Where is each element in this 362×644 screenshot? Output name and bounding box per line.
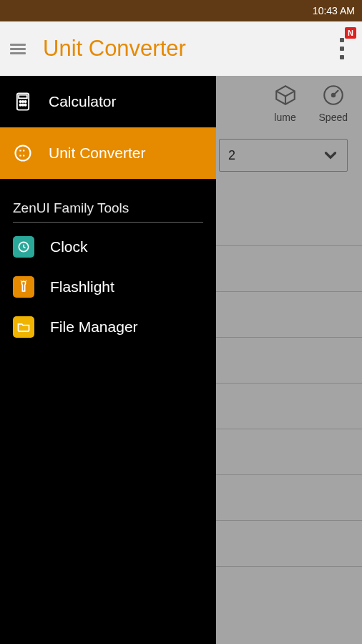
drawer-item-clock[interactable]: Clock xyxy=(0,227,216,267)
app-title: Unit Converter xyxy=(43,36,186,62)
svg-point-9 xyxy=(24,104,26,106)
drawer-section-header: ZenUI Family Tools xyxy=(0,187,216,222)
drawer-label: File Manager xyxy=(50,318,138,336)
drawer-item-file-manager[interactable]: File Manager xyxy=(0,307,216,347)
screen: 10:43 AM Unit Converter N lume Speed xyxy=(0,0,362,644)
navigation-drawer: Calculator Unit Converter ZenUI Family T… xyxy=(0,76,216,644)
overflow-menu[interactable] xyxy=(335,21,349,76)
svg-point-10 xyxy=(16,146,31,161)
flashlight-icon xyxy=(13,276,34,298)
folder-icon xyxy=(13,316,34,338)
status-bar: 10:43 AM xyxy=(0,0,362,21)
drawer-item-flashlight[interactable]: Flashlight xyxy=(0,267,216,307)
drawer-label: Flashlight xyxy=(50,278,114,296)
divider xyxy=(13,222,203,223)
drawer-item-calculator[interactable]: Calculator xyxy=(0,76,216,127)
status-time: 10:43 AM xyxy=(313,5,355,16)
svg-point-5 xyxy=(22,101,24,102)
drawer-label: Calculator xyxy=(49,93,117,110)
drawer-label: Unit Converter xyxy=(49,145,145,162)
svg-rect-3 xyxy=(19,95,27,99)
unit-converter-icon xyxy=(13,143,33,163)
app-bar: Unit Converter N xyxy=(0,21,362,76)
svg-point-7 xyxy=(19,104,21,106)
svg-point-4 xyxy=(19,101,21,102)
drawer-label: Clock xyxy=(50,238,88,255)
calculator-icon xyxy=(13,92,33,112)
clock-icon xyxy=(13,236,34,258)
svg-point-8 xyxy=(22,104,24,106)
drawer-item-unit-converter[interactable]: Unit Converter xyxy=(0,127,216,179)
svg-point-6 xyxy=(24,101,26,102)
menu-button[interactable] xyxy=(10,41,26,57)
